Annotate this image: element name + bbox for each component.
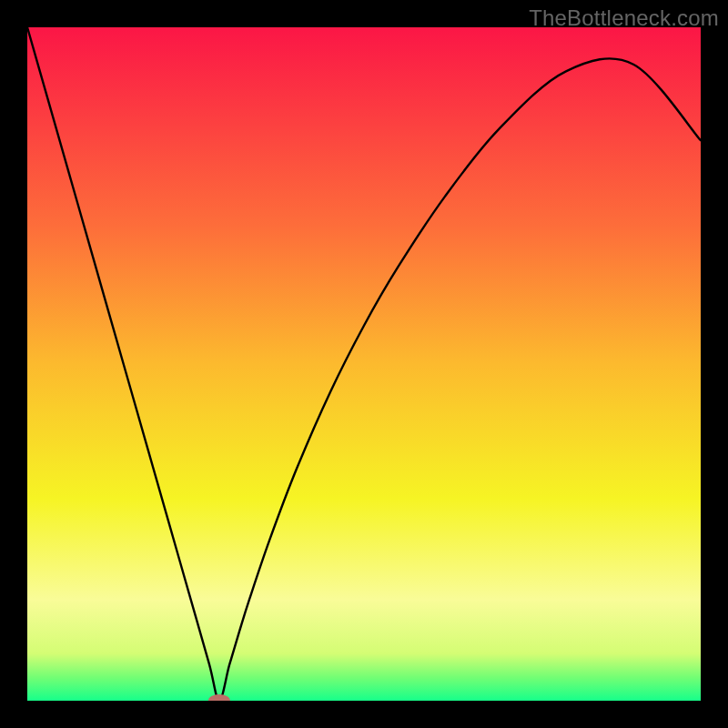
chart-frame: TheBottleneck.com (0, 0, 728, 728)
watermark-text: TheBottleneck.com (529, 5, 719, 31)
bottleneck-chart (27, 27, 701, 701)
plot-background (27, 27, 701, 701)
